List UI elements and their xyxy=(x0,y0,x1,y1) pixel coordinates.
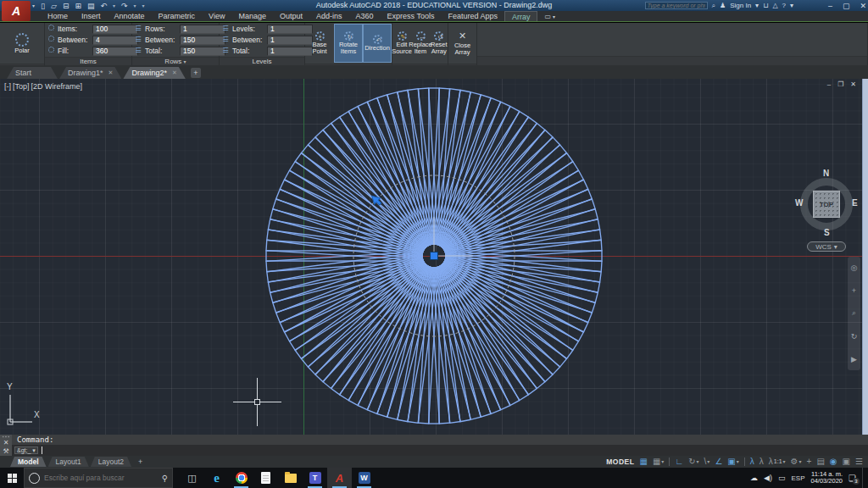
viewport-menu-control[interactable]: [-] xyxy=(4,82,11,91)
start-button[interactable] xyxy=(0,468,24,488)
snap-caret-icon[interactable]: ▾ xyxy=(661,457,664,467)
new-drawing-button[interactable]: + xyxy=(191,68,201,78)
object-snap-icon[interactable]: ▣ xyxy=(727,457,735,467)
tab-home[interactable]: Home xyxy=(41,11,75,21)
replace-item-button[interactable]: ↔ Replace Item xyxy=(411,24,430,63)
rows-count-field[interactable] xyxy=(180,25,225,34)
infocenter-search-input[interactable] xyxy=(645,2,708,9)
viewcube-east[interactable]: E xyxy=(852,198,858,208)
snap-icon[interactable]: ▦ xyxy=(653,457,660,467)
taskbar-search[interactable]: ⚲ xyxy=(24,468,173,488)
viewcube-top-face[interactable]: TOP xyxy=(813,191,840,218)
polar-type-button[interactable]: Polar xyxy=(2,24,42,63)
action-center-icon[interactable]: ❏ 3 xyxy=(849,474,856,483)
polar-tracking-icon[interactable]: ↻ xyxy=(688,457,695,467)
annotation-monitor-icon[interactable]: + xyxy=(807,457,812,467)
help-caret-icon[interactable]: ▾ xyxy=(790,2,793,9)
array-center-grip[interactable] xyxy=(431,252,438,260)
visual-style-control[interactable]: [2D Wireframe] xyxy=(31,82,83,91)
exchange-apps-icon[interactable]: △ xyxy=(772,2,777,9)
task-view-button[interactable]: ◫ xyxy=(180,468,204,488)
polar-array-drawing[interactable] xyxy=(0,79,868,435)
view-control[interactable]: [Top] xyxy=(13,82,30,91)
tab-featured-apps[interactable]: Featured Apps xyxy=(441,11,504,21)
tab-start[interactable]: Start xyxy=(7,67,58,79)
annoscale-caret-icon[interactable]: ▾ xyxy=(783,457,786,467)
tab-model[interactable]: Model xyxy=(10,457,47,467)
vertical-scrollbar[interactable] xyxy=(862,79,868,435)
save-icon[interactable]: ⊟ xyxy=(63,2,70,10)
ribbon-display-toggle[interactable]: ▭ ▾ xyxy=(537,11,562,21)
annotation-scale-icon[interactable]: λ xyxy=(769,457,773,467)
tab-view[interactable]: View xyxy=(202,11,231,21)
object-snap-tracking-icon[interactable]: ∠ xyxy=(715,457,722,467)
tab-express-tools[interactable]: Express Tools xyxy=(381,11,442,21)
taskbar-teams[interactable]: T xyxy=(303,468,327,488)
taskbar-file-explorer[interactable] xyxy=(278,468,303,488)
graphics-performance-icon[interactable]: ◉ xyxy=(830,457,837,467)
workspace-gear-icon[interactable]: ⚙ xyxy=(791,457,798,467)
items-fill-field[interactable] xyxy=(92,47,138,56)
clean-screen-icon[interactable]: ▣ xyxy=(843,457,850,467)
new-layout-button[interactable]: + xyxy=(133,458,147,466)
tab-insert[interactable]: Insert xyxy=(75,11,108,21)
recent-commands-button[interactable]: &gt;_ ▾ xyxy=(14,446,38,454)
zoom-icon[interactable]: ⌕ xyxy=(852,308,856,318)
doc-restore-button[interactable]: ❐ xyxy=(837,80,843,88)
annotation-autoscale-icon[interactable]: λ xyxy=(760,457,764,467)
quick-properties-icon[interactable]: ▤ xyxy=(816,457,824,467)
doc-minimize-button[interactable]: – xyxy=(827,80,831,88)
orbit-icon[interactable]: ↻ xyxy=(851,332,858,341)
saveas-icon[interactable]: ⊞ xyxy=(75,2,81,10)
viewcube-south[interactable]: S xyxy=(824,228,830,237)
customize-menu-icon[interactable]: ☰ xyxy=(855,457,863,467)
isodraft-icon[interactable]: \ xyxy=(704,457,707,467)
doc-close-button[interactable]: ✕ xyxy=(850,80,856,88)
help-icon[interactable]: ? xyxy=(782,2,786,9)
store-cart-icon[interactable]: ⊔ xyxy=(763,2,768,9)
ortho-icon[interactable]: ∟ xyxy=(675,457,683,467)
grid-icon[interactable]: ▦ xyxy=(639,457,647,467)
plot-icon[interactable]: ▤ xyxy=(87,2,95,10)
base-point-button[interactable]: + Base Point xyxy=(305,24,334,63)
app-menu-button[interactable]: A xyxy=(2,1,31,21)
tab-close-icon[interactable]: ✕ xyxy=(172,69,177,76)
taskbar-chrome[interactable] xyxy=(229,468,253,488)
tab-manage[interactable]: Manage xyxy=(231,11,273,21)
items-count-field[interactable] xyxy=(92,25,138,34)
annotation-visibility-icon[interactable]: λ xyxy=(750,457,754,467)
workspace-caret-icon[interactable]: ▾ xyxy=(799,457,802,467)
taskbar-search-input[interactable] xyxy=(44,474,158,482)
viewcube-west[interactable]: W xyxy=(795,198,803,208)
taskbar-edge[interactable]: e xyxy=(204,468,229,488)
taskbar-autocad[interactable]: A xyxy=(327,468,352,488)
annotation-scale-value[interactable]: 1:1 xyxy=(774,457,782,467)
microphone-icon[interactable]: ⚲ xyxy=(162,474,168,483)
wcs-menu[interactable]: WCS ▾ xyxy=(807,241,846,252)
tab-drawing1[interactable]: Drawing1* ✕ xyxy=(59,67,121,79)
command-wrench-icon[interactable]: ⚒ xyxy=(3,448,8,455)
rows-between-field[interactable] xyxy=(180,36,225,45)
open-icon[interactable]: ▱ xyxy=(51,2,57,10)
show-desktop-button[interactable] xyxy=(862,468,865,488)
pan-icon[interactable]: + xyxy=(852,286,856,295)
tab-layout2[interactable]: Layout2 xyxy=(91,457,131,467)
close-button[interactable]: ✕ xyxy=(860,2,866,10)
minimize-button[interactable]: – xyxy=(828,2,832,10)
tab-a360[interactable]: A360 xyxy=(349,11,381,21)
taskbar-notepad[interactable] xyxy=(253,468,278,488)
command-close-icon[interactable]: ✕ xyxy=(3,440,9,446)
undo-icon[interactable]: ↶ xyxy=(100,2,107,10)
model-space-button[interactable]: MODEL xyxy=(606,458,634,466)
tab-layout1[interactable]: Layout1 xyxy=(48,457,89,467)
volume-icon[interactable]: ◀) xyxy=(764,474,772,482)
viewcube-north[interactable]: N xyxy=(823,169,829,178)
app-menu-caret-icon[interactable]: ▾ xyxy=(32,3,35,8)
direction-button[interactable]: ↶ Direction xyxy=(363,24,392,63)
tab-add-ins[interactable]: Add-ins xyxy=(309,11,349,21)
viewcube[interactable]: N W E S TOP WCS ▾ xyxy=(795,170,858,255)
command-input-row[interactable]: &gt;_ ▾ xyxy=(12,445,868,456)
navigation-wheel-icon[interactable]: ◎ xyxy=(851,263,858,272)
osnap-caret-icon[interactable]: ▾ xyxy=(737,457,739,467)
search-icon[interactable]: ⌕ xyxy=(712,2,715,10)
